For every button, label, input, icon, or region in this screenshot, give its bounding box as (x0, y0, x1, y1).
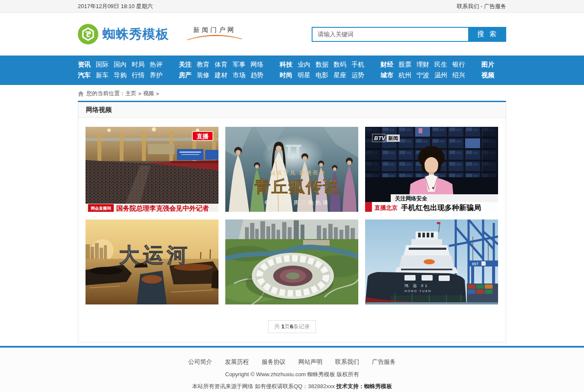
site-logo[interactable]: 蜘蛛秀模板 (78, 24, 169, 44)
breadcrumb: 您的当前位置： 主页 > 视频 > (0, 85, 584, 101)
video-thumbnail-grand-canal[interactable]: 大运河 (86, 219, 218, 304)
video-thumbnail-btv-news[interactable]: BTV 新闻 关注网络安全 直播北京 手机红包出现多种新骗局 (365, 127, 498, 212)
site-name: 蜘蛛秀模板 (103, 26, 169, 43)
nav-item[interactable]: 建材 (215, 71, 227, 79)
nav-item-video[interactable]: 视频 (481, 71, 494, 79)
video-list-panel: 网络视频 (78, 101, 506, 342)
poster-title: 青丘狐传说 (254, 178, 340, 196)
video-thumbnail-press-conference[interactable]: 直播 两会直播间 国务院总理李克强会见中外记者 (86, 127, 218, 212)
breadcrumb-home-link[interactable]: 主页 (125, 90, 136, 97)
pagination: 共 1页6条记录 (78, 304, 506, 342)
breadcrumb-current-link[interactable]: 视频 (143, 90, 154, 97)
btv-news-image: BTV 新闻 关注网络安全 直播北京 手机红包出现多种新骗局 (365, 127, 498, 212)
nav-item[interactable]: 理财 (416, 61, 429, 69)
search-bar: 搜 索 (312, 27, 506, 42)
cargo-ship-image: 65T (365, 219, 498, 304)
nav-item[interactable]: 银行 (452, 61, 465, 69)
nav-item[interactable]: 网络 (251, 61, 263, 69)
nav-item[interactable]: 房产 (179, 71, 192, 79)
nav-item[interactable]: 城市 (380, 71, 393, 79)
news-strap: 关注网络安全 (395, 195, 428, 202)
footer-links: 公司简介 发展历程 服务协议 网站声明 联系我们 广告服务 (0, 358, 584, 366)
nav-item[interactable]: 民生 (434, 61, 447, 69)
video-thumbnail-stadium-aerial[interactable] (225, 219, 358, 304)
nav-item[interactable]: 汽车 (78, 71, 91, 79)
news-headline: 手机红包出现多种新骗局 (401, 203, 481, 212)
nav-item[interactable]: 教育 (197, 61, 209, 69)
nav-item[interactable]: 国际 (96, 61, 109, 69)
nav-item[interactable]: 业内 (298, 61, 310, 69)
page-label: 页 (284, 323, 290, 330)
copyright-text: Copyright © Www.zhizhuxiu.com 蜘蛛秀模板 版权所有 (0, 371, 584, 378)
spider-logo-icon (78, 24, 98, 44)
nav-group-tech: 科技 业内 数据 数码 手机 时尚 明星 电影 星座 运势 (280, 59, 364, 81)
nav-item-pictures[interactable]: 图片 (481, 61, 494, 69)
nav-item[interactable]: 运势 (351, 71, 364, 79)
footer-link-statement[interactable]: 网站声明 (298, 358, 322, 365)
nav-item[interactable]: 股票 (398, 61, 411, 69)
nav-item[interactable]: 趋势 (251, 71, 263, 79)
contact-us-link[interactable]: 联系我们 (457, 3, 479, 9)
video-thumbnail-cargo-ship[interactable]: 65T (365, 219, 498, 304)
poster-tagline: 仙狐下凡 踏情而来 (270, 170, 326, 176)
search-button[interactable]: 搜 索 (469, 27, 506, 42)
nav-group-media: 图片 视频 (481, 59, 494, 81)
nav-item[interactable]: 装修 (197, 71, 209, 79)
canal-title: 大运河 (119, 244, 191, 266)
nav-item[interactable]: 国内 (114, 61, 127, 69)
record-count: 6 (290, 323, 293, 330)
main-nav: 资讯 国际 国内 时局 热评 汽车 新车 导购 行情 养护 关注 教育 体育 军… (0, 56, 584, 85)
press-conference-image: 直播 两会直播间 国务院总理李克强会见中外记者 (86, 127, 218, 212)
disclaimer-body: 本站所有资讯来源于网络 如有侵权请联系QQ：382882xxx (192, 383, 336, 389)
nav-item[interactable]: 绍兴 (452, 71, 465, 79)
nav-item[interactable]: 时尚 (280, 71, 292, 79)
nav-item[interactable]: 财经 (380, 61, 393, 69)
nav-item[interactable]: 星座 (333, 71, 346, 79)
nav-item[interactable]: 杭州 (398, 71, 411, 79)
nav-item[interactable]: 市场 (233, 71, 245, 79)
video-thumbnail-qingqiu-fox-legend[interactable]: 仙狐下凡 踏情而来 青丘狐传说 每周日至周二晚热播 (225, 127, 358, 212)
nav-item[interactable]: 体育 (215, 61, 227, 69)
nav-item[interactable]: 温州 (434, 71, 447, 79)
breadcrumb-separator: > (138, 91, 142, 97)
topbar-links: 联系我们 - 广告服务 (457, 3, 506, 10)
topbar-link-separator: - (479, 3, 484, 9)
ad-service-link[interactable]: 广告服务 (484, 3, 506, 9)
nav-item[interactable]: 资讯 (78, 61, 91, 69)
nav-item[interactable]: 数据 (316, 61, 328, 69)
site-footer: 公司简介 发展历程 服务协议 网站声明 联系我们 广告服务 Copyright … (0, 348, 584, 392)
site-header: 蜘蛛秀模板 新闻门户网 搜 索 (0, 13, 584, 56)
disclaimer-text: 本站所有资讯来源于网络 如有侵权请联系QQ：382882xxx 技术支持：蜘蛛秀… (0, 383, 584, 390)
nav-item[interactable]: 电影 (316, 71, 328, 79)
tagline-text: 新闻门户网 (187, 26, 242, 34)
footer-link-history[interactable]: 发展历程 (225, 358, 249, 365)
nav-item[interactable]: 数码 (333, 61, 346, 69)
nav-item[interactable]: 科技 (280, 61, 292, 69)
nav-item[interactable]: 时局 (132, 61, 145, 69)
footer-link-terms[interactable]: 服务协议 (262, 358, 286, 365)
nav-item[interactable]: 手机 (351, 61, 364, 69)
topbar: 2017年12月09日 18:10 星期六 联系我们 - 广告服务 (0, 0, 584, 13)
nav-item[interactable]: 热评 (150, 61, 162, 69)
nav-item[interactable]: 养护 (150, 71, 162, 79)
nav-item[interactable]: 行情 (132, 71, 145, 79)
footer-link-about[interactable]: 公司简介 (188, 358, 212, 365)
footer-link-contact[interactable]: 联系我们 (335, 358, 359, 365)
nav-item[interactable]: 关注 (179, 61, 192, 69)
nav-item[interactable]: 明星 (298, 71, 310, 79)
nav-item[interactable]: 宁波 (416, 71, 429, 79)
ship-name-cn: 鸿 远 01 (404, 284, 429, 288)
nav-item[interactable]: 导购 (114, 71, 127, 79)
search-input[interactable] (312, 27, 469, 42)
ship-name-en: HONG YUAN (404, 289, 431, 293)
btv-news-label: 新闻 (388, 135, 398, 141)
pagination-prefix: 共 (274, 323, 281, 330)
nav-item[interactable]: 军事 (233, 61, 245, 69)
breadcrumb-separator: > (156, 91, 159, 97)
home-icon (78, 91, 84, 97)
nav-item[interactable]: 新车 (96, 71, 109, 79)
caption-headline: 国务院总理李克强会见中外记者 (116, 205, 209, 212)
section-title: 网络视频 (78, 102, 506, 118)
nav-group-news: 资讯 国际 国内 时局 热评 汽车 新车 导购 行情 养护 (78, 59, 162, 81)
footer-link-ads[interactable]: 广告服务 (372, 358, 396, 365)
